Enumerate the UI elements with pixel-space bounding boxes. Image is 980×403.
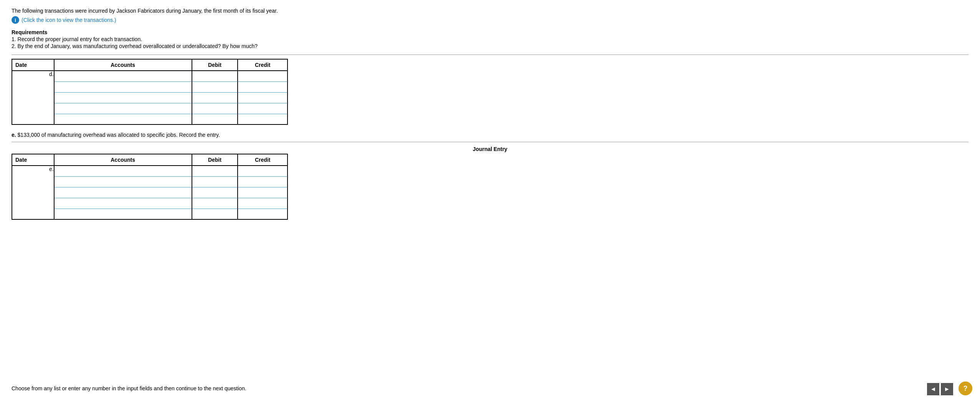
table-e: Date Accounts Debit Credit e. bbox=[12, 154, 288, 220]
debit-input-d-2[interactable] bbox=[192, 82, 238, 92]
click-link-text[interactable]: (Click the icon to view the transactions… bbox=[21, 17, 116, 23]
nav-buttons: ◄ ► bbox=[927, 383, 953, 395]
table-row: d. bbox=[12, 71, 288, 81]
table-e-container: Date Accounts Debit Credit e. bbox=[12, 154, 288, 220]
th-accounts-e: Accounts bbox=[54, 154, 192, 166]
accounts-cell-e-4[interactable] bbox=[54, 198, 192, 209]
credit-input-d-4[interactable] bbox=[238, 103, 287, 114]
debit-input-e-3[interactable] bbox=[192, 187, 238, 198]
debit-cell-e-5[interactable] bbox=[192, 209, 238, 219]
debit-input-e-2[interactable] bbox=[192, 177, 238, 187]
credit-cell-d-3[interactable] bbox=[238, 92, 288, 103]
accounts-input-e-2[interactable] bbox=[55, 177, 192, 187]
debit-input-e-4[interactable] bbox=[192, 198, 238, 209]
debit-cell-e-4[interactable] bbox=[192, 198, 238, 209]
accounts-input-d-5[interactable] bbox=[55, 114, 192, 124]
credit-input-e-2[interactable] bbox=[238, 177, 287, 187]
requirements-section: Requirements 1. Record the proper journa… bbox=[12, 29, 968, 49]
top-divider bbox=[12, 55, 968, 55]
credit-cell-d-2[interactable] bbox=[238, 81, 288, 92]
section-e-bold: e. bbox=[12, 132, 16, 138]
credit-input-e-3[interactable] bbox=[238, 187, 287, 198]
info-icon[interactable]: i bbox=[12, 16, 19, 24]
accounts-input-e-5[interactable] bbox=[55, 209, 192, 219]
th-accounts-d: Accounts bbox=[54, 59, 192, 71]
debit-cell-d-1[interactable] bbox=[192, 71, 238, 81]
credit-input-d-1[interactable] bbox=[238, 71, 287, 81]
th-date-e: Date bbox=[12, 154, 54, 166]
accounts-cell-e-2[interactable] bbox=[54, 176, 192, 187]
credit-input-e-5[interactable] bbox=[238, 209, 287, 219]
section-e-description: $133,000 of manufacturing overhead was a… bbox=[18, 132, 220, 138]
credit-cell-e-1[interactable] bbox=[238, 166, 288, 176]
credit-input-d-5[interactable] bbox=[238, 114, 287, 124]
th-debit-d: Debit bbox=[192, 59, 238, 71]
credit-cell-d-4[interactable] bbox=[238, 103, 288, 114]
table-d-container: Date Accounts Debit Credit d. bbox=[12, 59, 288, 125]
requirements-header: Requirements bbox=[12, 29, 968, 35]
th-credit-d: Credit bbox=[238, 59, 288, 71]
credit-cell-e-3[interactable] bbox=[238, 187, 288, 198]
accounts-input-e-3[interactable] bbox=[55, 187, 192, 198]
accounts-input-d-1[interactable] bbox=[55, 71, 192, 81]
accounts-input-e-4[interactable] bbox=[55, 198, 192, 209]
debit-cell-d-5[interactable] bbox=[192, 114, 238, 124]
accounts-input-d-4[interactable] bbox=[55, 103, 192, 114]
help-button[interactable]: ? bbox=[959, 381, 972, 395]
credit-input-e-4[interactable] bbox=[238, 198, 287, 209]
credit-input-d-3[interactable] bbox=[238, 93, 287, 103]
debit-input-d-1[interactable] bbox=[192, 71, 238, 81]
credit-cell-e-4[interactable] bbox=[238, 198, 288, 209]
intro-text: The following transactions were incurred… bbox=[12, 8, 968, 14]
debit-input-d-5[interactable] bbox=[192, 114, 238, 124]
table-row: e. bbox=[12, 166, 288, 176]
debit-cell-e-3[interactable] bbox=[192, 187, 238, 198]
accounts-input-d-3[interactable] bbox=[55, 93, 192, 103]
debit-cell-e-2[interactable] bbox=[192, 176, 238, 187]
accounts-cell-e-5[interactable] bbox=[54, 209, 192, 219]
accounts-cell-e-3[interactable] bbox=[54, 187, 192, 198]
accounts-cell-d-4[interactable] bbox=[54, 103, 192, 114]
requirement-2: 2. By the end of January, was manufactur… bbox=[12, 43, 968, 49]
debit-cell-d-4[interactable] bbox=[192, 103, 238, 114]
credit-cell-d-1[interactable] bbox=[238, 71, 288, 81]
section-e-label: e. $133,000 of manufacturing overhead wa… bbox=[12, 132, 968, 138]
accounts-input-e-1[interactable] bbox=[55, 166, 192, 176]
debit-cell-e-1[interactable] bbox=[192, 166, 238, 176]
accounts-cell-d-3[interactable] bbox=[54, 92, 192, 103]
date-label-e: e. bbox=[12, 166, 54, 219]
accounts-input-d-2[interactable] bbox=[55, 82, 192, 92]
debit-cell-d-2[interactable] bbox=[192, 81, 238, 92]
debit-input-e-5[interactable] bbox=[192, 209, 238, 219]
journal-entry-title: Journal Entry bbox=[12, 146, 968, 152]
footer-text: Choose from any list or enter any number… bbox=[12, 385, 246, 391]
debit-cell-d-3[interactable] bbox=[192, 92, 238, 103]
th-credit-e: Credit bbox=[238, 154, 288, 166]
accounts-cell-d-2[interactable] bbox=[54, 81, 192, 92]
credit-cell-e-2[interactable] bbox=[238, 176, 288, 187]
credit-cell-e-5[interactable] bbox=[238, 209, 288, 219]
credit-input-d-2[interactable] bbox=[238, 82, 287, 92]
accounts-cell-d-1[interactable] bbox=[54, 71, 192, 81]
debit-input-d-4[interactable] bbox=[192, 103, 238, 114]
back-button[interactable]: ◄ bbox=[927, 383, 939, 395]
forward-button[interactable]: ► bbox=[941, 383, 953, 395]
th-date-d: Date bbox=[12, 59, 54, 71]
debit-input-d-3[interactable] bbox=[192, 93, 238, 103]
requirement-1: 1. Record the proper journal entry for e… bbox=[12, 36, 968, 42]
mid-divider bbox=[12, 142, 968, 142]
credit-cell-d-5[interactable] bbox=[238, 114, 288, 124]
th-debit-e: Debit bbox=[192, 154, 238, 166]
table-d: Date Accounts Debit Credit d. bbox=[12, 59, 288, 125]
credit-input-e-1[interactable] bbox=[238, 166, 287, 176]
debit-input-e-1[interactable] bbox=[192, 166, 238, 176]
date-label-d: d. bbox=[12, 71, 54, 124]
accounts-cell-d-5[interactable] bbox=[54, 114, 192, 124]
accounts-cell-e-1[interactable] bbox=[54, 166, 192, 176]
